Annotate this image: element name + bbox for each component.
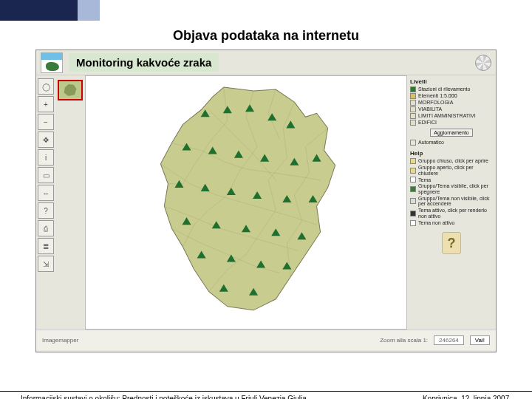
tool-pan-icon[interactable]: ✥ bbox=[38, 132, 54, 148]
help-icon[interactable]: ? bbox=[442, 232, 461, 254]
header-logo-right bbox=[475, 55, 491, 71]
zoom-label: Zoom alla scala 1: bbox=[380, 337, 428, 344]
map-svg bbox=[86, 76, 406, 329]
thumbnail-column bbox=[55, 75, 85, 330]
help-line: Gruppo/Tema visibile, click per spegnere bbox=[410, 183, 493, 194]
legend-item: EDIFICI bbox=[410, 120, 493, 126]
slide-footer: Informacijski sustavi o okolišu: Prednos… bbox=[0, 391, 532, 392]
overview-thumbnail[interactable] bbox=[58, 80, 83, 100]
legend-title: Livelli bbox=[410, 78, 493, 85]
legend-item: LIMITI AMMINISTRATIVI bbox=[410, 113, 493, 119]
help-line: Gruppo chiuso, click per aprire bbox=[410, 158, 493, 164]
help-line: Tema attivo, click per renderlo non atti… bbox=[410, 208, 493, 219]
status-bar: Imagemapper Zoom alla scala 1: 246264 Va… bbox=[36, 330, 496, 350]
help-title: Help bbox=[410, 150, 493, 157]
help-line: Tema bbox=[410, 177, 493, 183]
app-body: ◯ + − ✥ i ▭ ↔ ? ⎙ ≣ ⇲ bbox=[36, 75, 496, 330]
legend-item: VIABILITA bbox=[410, 106, 493, 112]
help-line: Tema non attivo bbox=[410, 220, 493, 226]
layers-panel: Livelli Stazioni di rilevamento Elementi… bbox=[407, 75, 496, 330]
zoom-go-button[interactable]: Vai! bbox=[470, 335, 490, 345]
tool-measure-icon[interactable]: ↔ bbox=[38, 185, 54, 201]
refresh-button[interactable]: Aggiornamento bbox=[430, 129, 472, 137]
imagemapper-label: Imagemapper bbox=[42, 337, 78, 344]
tool-zoom-in-icon[interactable]: + bbox=[38, 96, 54, 112]
auto-checkbox: Automatico bbox=[410, 140, 493, 146]
footer-left: Informacijski sustavi o okolišu: Prednos… bbox=[21, 395, 307, 399]
legend-item: MORFOLOGIA bbox=[410, 100, 493, 106]
tool-identify-icon[interactable]: i bbox=[38, 149, 54, 166]
tool-globe-icon[interactable]: ◯ bbox=[38, 78, 54, 95]
accent-block bbox=[78, 0, 100, 21]
legend-item: Elementi 1:5.000 bbox=[410, 93, 493, 99]
region-outline bbox=[160, 87, 335, 310]
tool-select-icon[interactable]: ▭ bbox=[38, 167, 54, 183]
gis-app-frame: Monitoring kakvoće zraka ◯ + − ✥ i ▭ ↔ ?… bbox=[35, 50, 497, 352]
legend-item: Stazioni di rilevamento bbox=[410, 86, 493, 92]
arpa-logo bbox=[41, 52, 63, 73]
help-line: Gruppo aperto, click per chiudere bbox=[410, 165, 493, 176]
map-canvas[interactable] bbox=[85, 75, 407, 330]
tool-layers-icon[interactable]: ≣ bbox=[38, 238, 54, 254]
tool-toolbar: ◯ + − ✥ i ▭ ↔ ? ⎙ ≣ ⇲ bbox=[36, 75, 55, 330]
footer-right: Koprivnica, 12. lipnja 2007. bbox=[423, 395, 511, 399]
app-header: Monitoring kakvoće zraka bbox=[36, 50, 496, 75]
slide-top-bar bbox=[0, 0, 532, 21]
tool-query-icon[interactable]: ? bbox=[38, 202, 54, 219]
subtitle-box: Monitoring kakvoće zraka bbox=[69, 53, 219, 72]
help-line: Gruppo/Tema non visibile, click per acce… bbox=[410, 196, 493, 207]
tool-print-icon[interactable]: ⎙ bbox=[38, 220, 54, 236]
tool-export-icon[interactable]: ⇲ bbox=[38, 256, 54, 272]
slide-title: Objava podataka na internetu bbox=[0, 21, 532, 50]
tool-zoom-out-icon[interactable]: − bbox=[38, 114, 54, 130]
zoom-value[interactable]: 246264 bbox=[434, 335, 464, 345]
